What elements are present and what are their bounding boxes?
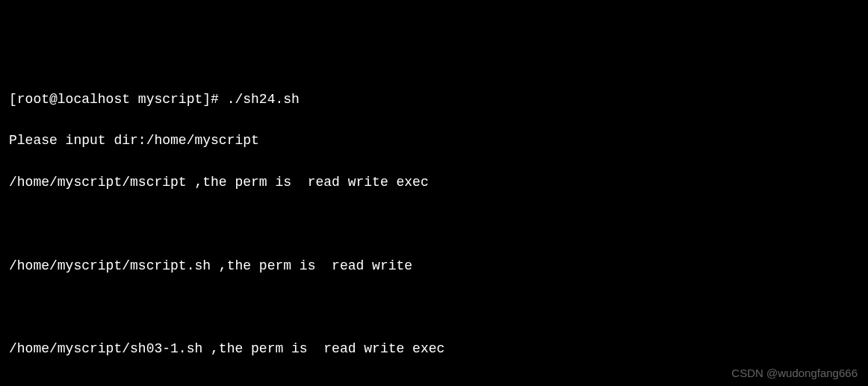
permission-text: read write exec (323, 341, 444, 356)
output-line: /home/myscript/sh03-1.sh ,the perm is re… (9, 339, 859, 360)
blank-line (9, 214, 859, 235)
separator-text: ,the perm is (187, 175, 308, 190)
shell-prompt: [root@localhost myscript]# (9, 92, 227, 107)
separator-text: ,the perm is (211, 258, 332, 273)
output-line: /home/myscript/mscript.sh ,the perm is r… (9, 256, 859, 277)
output-line: /home/myscript/mscript ,the perm is read… (9, 172, 859, 193)
command-text: ./sh24.sh (227, 92, 300, 107)
permission-text: read write exec (308, 175, 429, 190)
separator-text: ,the perm is (202, 341, 323, 356)
file-path: /home/myscript/mscript (9, 175, 187, 190)
input-prompt-line: Please input dir:/home/myscript (9, 131, 859, 152)
blank-line (9, 381, 859, 386)
file-path: /home/myscript/mscript.sh (9, 258, 211, 273)
file-path: /home/myscript/sh03-1.sh (9, 341, 202, 356)
blank-line (9, 297, 859, 318)
watermark-text: CSDN @wudongfang666 (731, 364, 858, 382)
permission-text: read write (332, 258, 412, 273)
command-line: [root@localhost myscript]# ./sh24.sh (9, 90, 859, 110)
